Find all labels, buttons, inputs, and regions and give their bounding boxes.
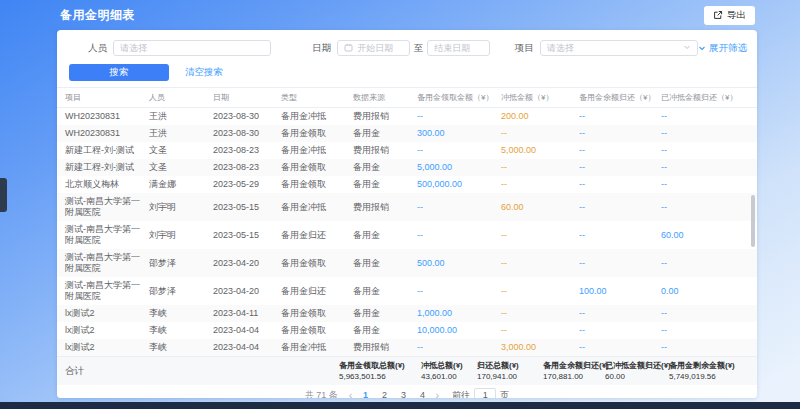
- table-cell: 测试-南昌大学第一附属医院: [65, 196, 149, 218]
- table-cell: 备用金: [353, 286, 417, 297]
- table-cell: --: [501, 162, 579, 173]
- table-cell: WH20230831: [65, 128, 149, 139]
- table-row[interactable]: 测试-南昌大学第一附属医院刘宇明2023-05-15备用金冲抵费用报销--60.…: [57, 193, 757, 221]
- export-button[interactable]: 导出: [704, 6, 755, 25]
- table-row[interactable]: WH20230831王洪2023-08-30备用金冲抵费用报销--200.00-…: [57, 108, 757, 125]
- table-cell: 备用金领取: [281, 162, 353, 173]
- column-header: 项目: [65, 92, 149, 103]
- table-cell: --: [661, 325, 757, 336]
- table-cell: 备用金: [353, 230, 417, 241]
- table-row[interactable]: 新建工程-刘-测试文圣2023-08-23备用金冲抵费用报销--5,000.00…: [57, 142, 757, 159]
- table-cell: --: [579, 202, 661, 213]
- table-cell: 500.00: [417, 258, 501, 269]
- table-header: 项目人员日期类型数据来源备用金领取金额（¥）冲抵金额（¥）备用金余额归还（¥）已…: [57, 87, 757, 108]
- table-cell: 李峡: [149, 325, 213, 336]
- page-number-4[interactable]: 4: [417, 390, 429, 398]
- page-number-3[interactable]: 3: [398, 390, 410, 398]
- project-filter-select[interactable]: 请选择: [540, 40, 698, 56]
- table-cell: 费用报销: [353, 111, 417, 122]
- goto-page-input[interactable]: [474, 388, 496, 398]
- search-button[interactable]: 搜索: [69, 64, 169, 81]
- table-row[interactable]: 测试-南昌大学第一附属医院刘宇明2023-05-15备用金归还备用金------…: [57, 221, 757, 249]
- table-cell: 刘宇明: [149, 202, 213, 213]
- table-row[interactable]: lx测试2李峡2023-04-11备用金领取备用金1,000.00------: [57, 305, 757, 322]
- date-filter-label: 日期: [312, 42, 331, 55]
- table-cell: --: [501, 128, 579, 139]
- table-cell: --: [501, 308, 579, 319]
- table-cell: 邵梦泽: [149, 258, 213, 269]
- column-header: 冲抵金额（¥）: [501, 92, 579, 103]
- pagination: 共 71 条 ‹ 1 2 3 4 › 前往 页: [57, 385, 757, 398]
- table-cell: 备用金冲抵: [281, 202, 353, 213]
- column-header: 类型: [281, 92, 353, 103]
- chevron-down-icon: [698, 43, 706, 54]
- table-cell: 刘宇明: [149, 230, 213, 241]
- table-cell: --: [661, 179, 757, 190]
- table-cell: --: [579, 179, 661, 190]
- expand-filters-link[interactable]: 展开筛选: [698, 42, 747, 55]
- bottom-bar: [0, 402, 800, 409]
- table-cell: 2023-04-20: [213, 286, 281, 297]
- table-cell: --: [579, 128, 661, 139]
- filter-row: 人员 日期 开始日期 至 结束日期 项目 请选择: [57, 40, 757, 56]
- date-end-input[interactable]: 结束日期: [427, 40, 490, 56]
- table-cell: 100.00: [579, 286, 661, 297]
- table-row[interactable]: lx测试2李峡2023-04-04备用金冲抵费用报销--3,000.00----: [57, 339, 757, 356]
- person-filter-input[interactable]: [113, 40, 271, 56]
- summary-remaining: 备用金剩余金额(¥) 5,749,019.56: [669, 361, 757, 381]
- table-cell: --: [579, 162, 661, 173]
- table-cell: 备用金领取: [281, 128, 353, 139]
- goto-unit: 页: [500, 389, 509, 399]
- table-cell: --: [417, 111, 501, 122]
- table-cell: 备用金冲抵: [281, 342, 353, 353]
- table-row[interactable]: 测试-南昌大学第一附属医院邵梦泽2023-04-20备用金领取备用金500.00…: [57, 249, 757, 277]
- table-cell: 王洪: [149, 111, 213, 122]
- table-cell: 备用金: [353, 179, 417, 190]
- expand-filters-label: 展开筛选: [709, 42, 747, 55]
- table-row[interactable]: 北京顺义梅林满金娜2023-05-29备用金领取备用金500,000.00---…: [57, 176, 757, 193]
- table-cell: 2023-08-30: [213, 128, 281, 139]
- table-row[interactable]: lx测试2李峡2023-04-04备用金领取备用金10,000.00------: [57, 322, 757, 339]
- table-cell: lx测试2: [65, 342, 149, 353]
- table-row[interactable]: 测试-南昌大学第一附属医院邵梦泽2023-04-20备用金归还备用金----10…: [57, 277, 757, 305]
- date-start-input[interactable]: 开始日期: [337, 40, 409, 56]
- table-cell: 2023-08-23: [213, 145, 281, 156]
- column-header: 数据来源: [353, 92, 417, 103]
- data-table: 项目人员日期类型数据来源备用金领取金额（¥）冲抵金额（¥）备用金余额归还（¥）已…: [57, 87, 757, 356]
- table-cell: 备用金归还: [281, 286, 353, 297]
- table-cell: --: [417, 202, 501, 213]
- table-cell: lx测试2: [65, 325, 149, 336]
- table-cell: 测试-南昌大学第一附属医院: [65, 252, 149, 274]
- table-cell: 新建工程-刘-测试: [65, 145, 149, 156]
- table-row[interactable]: WH20230831王洪2023-08-30备用金领取备用金300.00----…: [57, 125, 757, 142]
- table-cell: 备用金冲抵: [281, 145, 353, 156]
- table-cell: 文圣: [149, 162, 213, 173]
- table-cell: 满金娜: [149, 179, 213, 190]
- table-cell: --: [661, 111, 757, 122]
- table-cell: --: [501, 230, 579, 241]
- collapsed-drawer-handle[interactable]: [0, 178, 7, 212]
- table-cell: 李峡: [149, 308, 213, 319]
- chevron-right-icon[interactable]: ›: [436, 390, 440, 399]
- table-cell: 李峡: [149, 342, 213, 353]
- action-row: 搜索 清空搜索: [57, 64, 757, 81]
- table-cell: 5,000.00: [417, 162, 501, 173]
- table-row[interactable]: 新建工程-刘-测试文圣2023-08-23备用金领取备用金5,000.00---…: [57, 159, 757, 176]
- project-filter-label: 项目: [515, 42, 534, 55]
- table-cell: 测试-南昌大学第一附属医院: [65, 224, 149, 246]
- table-cell: lx测试2: [65, 308, 149, 319]
- table-cell: --: [661, 162, 757, 173]
- chevron-left-icon[interactable]: ‹: [349, 390, 353, 399]
- clear-search-link[interactable]: 清空搜索: [185, 66, 223, 79]
- page-number-2[interactable]: 2: [379, 390, 391, 398]
- pagination-total: 共 71 条: [305, 389, 338, 399]
- date-end-placeholder: 结束日期: [434, 42, 470, 55]
- table-cell: 10,000.00: [417, 325, 501, 336]
- page-number-1[interactable]: 1: [360, 390, 372, 398]
- vertical-scrollbar[interactable]: [751, 195, 755, 247]
- table-cell: WH20230831: [65, 111, 149, 122]
- summary-offset-total: 冲抵总额(¥) 43,601.00: [421, 361, 477, 381]
- table-cell: 2023-08-23: [213, 162, 281, 173]
- summary-receive-total: 备用金领取总额(¥) 5,963,501.56: [339, 361, 421, 381]
- table-cell: 备用金冲抵: [281, 111, 353, 122]
